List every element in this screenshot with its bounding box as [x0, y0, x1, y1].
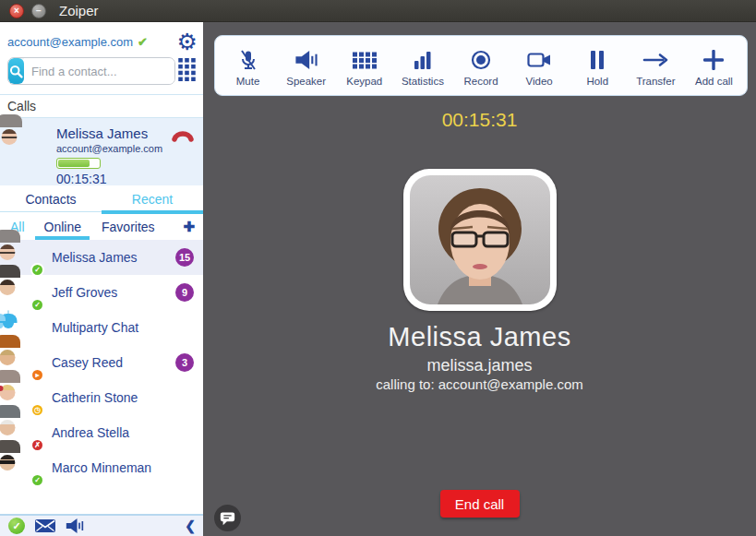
unread-badge: 15 — [175, 248, 194, 267]
contact-row[interactable]: Multiparty Chat — [0, 310, 203, 345]
sidebar-bottombar: ✓ ❮ — [0, 514, 203, 536]
sidebar: account@example.com ✔ ⚙ — [0, 22, 203, 536]
tool-label: Keypad — [346, 76, 382, 87]
arrow-right-icon — [642, 53, 668, 67]
contact-name: Melissa James — [52, 250, 138, 265]
search-input[interactable] — [24, 58, 175, 84]
statistics-button[interactable]: Statistics — [393, 42, 451, 95]
speech-bubble-icon — [220, 511, 235, 526]
speaker-icon — [294, 51, 318, 69]
callee-username: melissa.james — [203, 356, 756, 375]
contact-row[interactable]: ✓ Marco Minneman — [0, 450, 203, 485]
contact-row[interactable]: ✓ Jeff Groves 9 — [0, 275, 203, 310]
status-online-icon: ✓ — [30, 263, 44, 277]
titlebar: × − Zoiper — [0, 0, 756, 22]
video-button[interactable]: Video — [510, 42, 569, 95]
record-button[interactable]: Record — [451, 42, 510, 95]
tool-label: Add call — [695, 76, 733, 87]
contact-filter-subtabs: All Online Favorites ✚ — [0, 214, 203, 240]
contact-name: Jeff Groves — [52, 285, 117, 300]
subtab-online[interactable]: Online — [44, 220, 81, 234]
avatar: ✓ — [7, 276, 41, 309]
tool-label: Statistics — [402, 76, 444, 87]
tool-label: Hold — [586, 76, 608, 87]
multiparty-icon — [7, 310, 9, 328]
keypad-button[interactable]: Keypad — [335, 42, 393, 95]
subtab-active-underline — [35, 236, 90, 240]
active-call-avatar — [9, 125, 42, 159]
tab-contacts[interactable]: Contacts — [0, 185, 102, 214]
subtab-favorites[interactable]: Favorites — [102, 220, 155, 234]
status-busy-icon: ▸ — [30, 368, 44, 382]
bar-chart-icon — [413, 50, 433, 70]
add-call-button[interactable]: Add call — [685, 42, 743, 95]
active-call-account: account@example.com — [56, 143, 162, 154]
tool-label: Transfer — [636, 76, 675, 87]
call-timer: 00:15:31 — [203, 109, 756, 131]
hold-button[interactable]: Hold — [569, 42, 627, 95]
dialpad-grid-icon — [178, 58, 196, 81]
hangup-icon[interactable] — [172, 129, 194, 146]
avatar: ✓ — [7, 451, 41, 484]
call-panel: Mute Speaker Keypad — [203, 22, 756, 536]
contact-row[interactable]: ✓ Melissa James 15 — [0, 240, 203, 275]
account-email[interactable]: account@example.com — [7, 35, 133, 49]
presence-status-button[interactable]: ✓ — [8, 518, 25, 534]
plus-icon — [703, 50, 724, 70]
status-away-icon: ◷ — [30, 403, 44, 417]
contact-row[interactable]: ▸ Casey Reed 3 — [0, 345, 203, 380]
add-contact-icon[interactable]: ✚ — [183, 219, 195, 235]
search-row — [0, 53, 203, 86]
tool-label: Video — [525, 76, 552, 87]
audio-output-button[interactable] — [66, 518, 84, 533]
contact-name: Multiparty Chat — [52, 320, 138, 335]
contacts-recent-tabs: Contacts Recent — [0, 185, 203, 214]
voicemail-button[interactable] — [35, 519, 55, 532]
status-online-icon: ✓ — [30, 298, 44, 312]
close-button[interactable]: × — [9, 4, 24, 18]
video-camera-icon — [527, 51, 551, 69]
gear-icon[interactable]: ⚙ — [177, 31, 198, 52]
end-call-button[interactable]: End call — [440, 490, 520, 518]
callee-name: Melissa James — [203, 322, 756, 352]
collapse-sidebar-button[interactable]: ❮ — [185, 518, 196, 533]
search-button[interactable] — [8, 58, 24, 84]
unread-badge: 9 — [175, 283, 194, 302]
window-title: Zoiper — [59, 3, 99, 18]
account-row: account@example.com ✔ ⚙ — [0, 22, 203, 53]
search-icon — [8, 64, 24, 79]
minimize-button[interactable]: − — [31, 4, 46, 18]
tool-label: Mute — [236, 76, 260, 87]
contact-name: Casey Reed — [52, 355, 123, 370]
chat-toggle-button[interactable] — [214, 505, 241, 531]
mute-mic-icon — [237, 49, 259, 71]
callee-photo-image — [410, 175, 550, 304]
transfer-button[interactable]: Transfer — [627, 42, 685, 95]
status-offline-icon: ✗ — [30, 438, 44, 452]
active-call-info: Melissa James account@example.com 00:15:… — [56, 125, 162, 185]
contact-name: Andrea Stella — [52, 425, 129, 440]
check-icon: ✓ — [12, 520, 20, 531]
speaker-icon — [66, 518, 84, 533]
search-box — [7, 57, 175, 85]
audio-level-bar — [56, 158, 101, 169]
calling-to-text: calling to: account@example.com — [203, 376, 756, 392]
tab-divider — [0, 211, 102, 212]
contact-row[interactable]: ◷ Catherin Stone — [0, 380, 203, 415]
speaker-button[interactable]: Speaker — [277, 42, 335, 95]
tool-label: Speaker — [286, 76, 326, 87]
mute-button[interactable]: Mute — [219, 42, 277, 95]
dialpad-toggle-button[interactable] — [178, 58, 196, 85]
contact-row[interactable]: ✗ Andrea Stella — [0, 415, 203, 450]
contact-name: Marco Minneman — [52, 460, 151, 475]
keypad-grid-icon — [353, 52, 377, 69]
unread-badge: 3 — [175, 353, 194, 372]
close-icon: × — [14, 6, 19, 16]
callee-photo — [403, 169, 557, 311]
active-call-entry[interactable]: Melissa James account@example.com 00:15:… — [0, 118, 203, 185]
active-call-name: Melissa James — [56, 125, 162, 141]
calls-section-header: Calls — [0, 94, 203, 118]
account-registered-icon: ✔ — [138, 35, 148, 49]
active-call-duration: 00:15:31 — [56, 172, 162, 186]
record-icon — [470, 49, 492, 71]
